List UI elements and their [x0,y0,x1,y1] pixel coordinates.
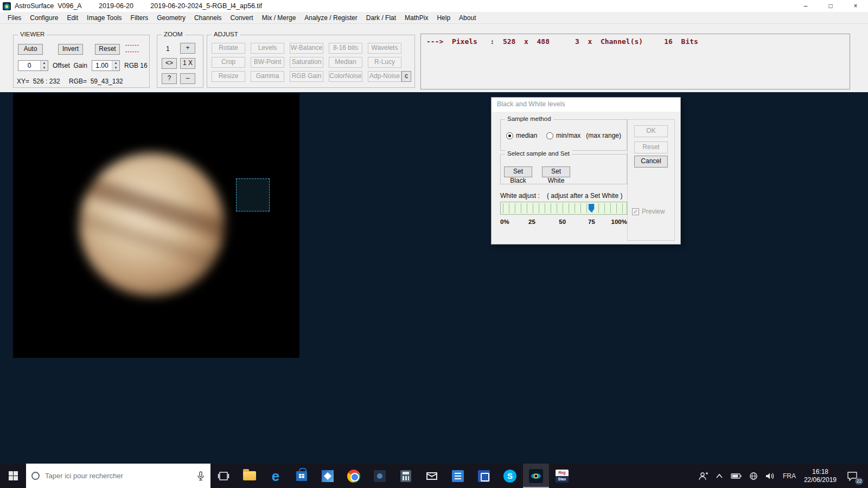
menu-files[interactable]: Files [3,12,25,24]
taskbar-file-explorer[interactable] [237,464,263,488]
menu-mix-merge[interactable]: Mix / Merge [258,12,301,24]
adjust-rotate-button[interactable]: Rotate [212,43,245,54]
menu-analyze-register[interactable]: Analyze / Register [300,12,361,24]
language-indicator[interactable]: FRA [779,464,800,488]
adjust-resize-button[interactable]: Resize [212,71,245,82]
adjust-levels-button[interactable]: Levels [251,43,284,54]
menu-dark-flat[interactable]: Dark / Flat [362,12,400,24]
start-button[interactable] [0,464,26,488]
adjust-colornoise-button[interactable]: ColorNoise [329,71,362,82]
taskbar-app-dark[interactable] [367,464,393,488]
menu-channels[interactable]: Channels [190,12,226,24]
volume-button[interactable] [762,464,779,488]
adjust-crop-button[interactable]: Crop [212,57,245,68]
taskbar-astrosurface[interactable] [523,464,549,488]
offset-value-input[interactable] [18,61,40,70]
zoom-1x-button[interactable]: 1 X [180,58,195,69]
close-button[interactable]: × [843,0,868,12]
preview-checkbox[interactable]: ✓ Preview [632,208,665,215]
adjust-rgb-gain-button[interactable]: RGB Gain [290,71,323,82]
taskbar-skype[interactable]: S [497,464,523,488]
image-canvas[interactable] [13,93,299,358]
taskbar-chrome[interactable] [341,464,367,488]
cancel-button[interactable]: Cancel [634,156,668,168]
minimize-button[interactable]: – [793,0,818,12]
action-center-button[interactable]: 22 [841,464,864,488]
gain-down-icon[interactable]: ▼ [112,66,119,70]
window-controls: – □ × [793,0,868,12]
menu-edit[interactable]: Edit [62,12,82,24]
taskbar-app-blue-2[interactable] [471,464,497,488]
menu-image-tools[interactable]: Image Tools [82,12,126,24]
adjust-saturation-button[interactable]: Saturation [290,57,323,68]
taskbar-app-blue-1[interactable] [445,464,471,488]
adjust-bw-point-button[interactable]: BW-Point [251,57,284,68]
minmax-radio[interactable]: min/max (max range) [546,132,621,139]
adjust-w-balance-button[interactable]: W-Balance [290,43,323,54]
median-radio-icon [506,132,513,139]
menu-convert[interactable]: Convert [226,12,258,24]
menu-filters[interactable]: Filters [126,12,153,24]
zoom-fit-button[interactable]: <> [162,58,177,69]
gain-up-icon[interactable]: ▲ [112,61,119,66]
taskbar-photos[interactable] [315,464,341,488]
taskbar-search[interactable] [26,464,210,488]
taskbar-calculator[interactable] [393,464,419,488]
median-radio[interactable]: median [506,132,537,139]
task-view-button[interactable] [210,464,237,488]
adjust-wavelets-button[interactable]: Wavelets [368,43,401,54]
menu-help[interactable]: Help [432,12,455,24]
zoom-out-button[interactable]: – [180,73,195,84]
menu-about[interactable]: About [455,12,480,24]
zoom-help-button[interactable]: ? [162,73,177,84]
auto-button[interactable]: Auto [18,44,43,55]
window-titlebar[interactable]: AstroSurface V096_A 2019-06-20 2019-06-2… [0,0,868,12]
minmax-radio-label: min/max (max range) [556,132,621,139]
set-black-button[interactable]: Set Black [504,166,532,177]
offset-down-icon[interactable]: ▼ [41,66,48,70]
gain-value-input[interactable] [92,61,112,70]
maximize-button[interactable]: □ [818,0,843,12]
zoom-in-button[interactable]: + [180,43,195,54]
dialog-reset-button[interactable]: Reset [634,142,668,153]
ok-button[interactable]: OK [634,125,668,137]
adjust-8-16-bits-button[interactable]: 8-16 bits [329,43,362,54]
menu-configure[interactable]: Configure [25,12,62,24]
microphone-icon[interactable] [196,471,205,481]
menu-mathpix[interactable]: MathPix [400,12,432,24]
tray-overflow-button[interactable] [712,464,727,488]
taskbar-mail[interactable] [419,464,445,488]
zoom-group: ZOOM 1 + <> 1 X ? – [157,35,203,88]
gain-stepper-arrows[interactable]: ▲▼ [112,61,119,70]
taskbar-registax[interactable]: Reg Stax [549,464,575,488]
viewer-group-label: VIEWER [18,31,47,37]
set-white-button[interactable]: Set White [542,166,570,177]
clock[interactable]: 16:18 22/06/2019 [800,468,841,484]
adjust-gamma-button[interactable]: Gamma [251,71,284,82]
white-adjust-slider[interactable] [500,202,627,215]
invert-button[interactable]: Invert [58,44,83,55]
people-button[interactable] [694,464,712,488]
adjust-c-button[interactable]: c [401,71,411,82]
viewer-reset-button[interactable]: Reset [95,44,120,55]
adjust-r-lucy-button[interactable]: R-Lucy [368,57,401,68]
taskbar: e S Reg Stax [0,464,868,488]
battery-button[interactable] [727,464,745,488]
sample-selection-rect[interactable] [236,178,270,211]
dialog-titlebar[interactable]: Black and White levels [492,98,680,112]
registax-icon: Reg Stax [556,470,569,483]
taskbar-edge[interactable]: e [263,464,289,488]
taskbar-store[interactable] [289,464,315,488]
minmax-radio-icon [546,132,553,139]
search-input[interactable] [45,472,191,480]
workspace [0,92,868,464]
offset-stepper[interactable]: ▲▼ [18,60,48,71]
offset-stepper-arrows[interactable]: ▲▼ [40,61,48,70]
gain-stepper[interactable]: ▲▼ [92,60,120,71]
network-button[interactable] [745,464,762,488]
menu-geometry[interactable]: Geometry [152,12,190,24]
adjust-adp-noise-button[interactable]: Adp-Noise [368,71,401,82]
preview-checkbox-icon: ✓ [632,208,639,215]
offset-up-icon[interactable]: ▲ [41,61,48,66]
adjust-median-button[interactable]: Median [329,57,362,68]
